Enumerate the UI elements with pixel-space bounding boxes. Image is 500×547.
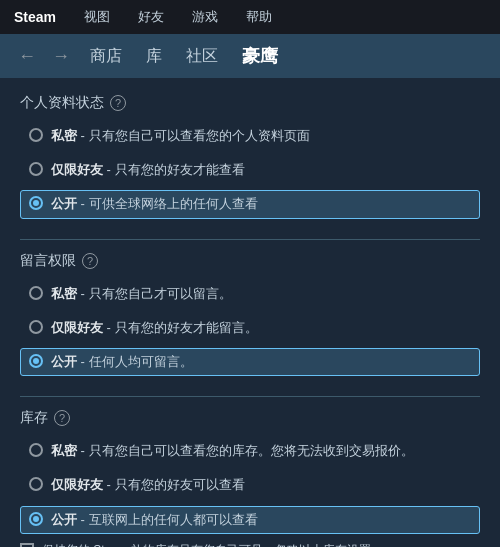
comments-friends-option[interactable]: 仅限好友 - 只有您的好友才能留言。 xyxy=(20,314,480,342)
inventory-private-label: 私密 - 只有您自己可以查看您的库存。您将无法收到交易报价。 xyxy=(51,442,414,460)
comments-friends-radio[interactable] xyxy=(29,320,43,334)
steam-menu[interactable]: Steam xyxy=(8,5,62,29)
profile-private-option[interactable]: 私密 - 只有您自己可以查看您的个人资料页面 xyxy=(20,122,480,150)
nav-library[interactable]: 库 xyxy=(136,42,172,71)
profile-private-label: 私密 - 只有您自己可以查看您的个人资料页面 xyxy=(51,127,310,145)
inventory-friends-radio[interactable] xyxy=(29,477,43,491)
inventory-public-label: 公开 - 互联网上的任何人都可以查看 xyxy=(51,511,258,529)
gift-inventory-checkbox-row[interactable]: 保持您的 Steam 礼物库存只有您自己可见，忽略以上库存设置 xyxy=(20,542,480,547)
inventory-public-radio[interactable] xyxy=(29,512,43,526)
inventory-private-radio[interactable] xyxy=(29,443,43,457)
comments-private-label: 私密 - 只有您自己才可以留言。 xyxy=(51,285,232,303)
profile-public-radio[interactable] xyxy=(29,196,43,210)
navbar: ← → 商店 库 社区 豪鹰 xyxy=(0,34,500,78)
profile-private-radio[interactable] xyxy=(29,128,43,142)
profile-friends-label: 仅限好友 - 只有您的好友才能查看 xyxy=(51,161,245,179)
comments-public-label: 公开 - 任何人均可留言。 xyxy=(51,353,193,371)
back-button[interactable]: ← xyxy=(12,42,42,71)
comments-friends-label: 仅限好友 - 只有您的好友才能留言。 xyxy=(51,319,258,337)
profile-public-label: 公开 - 可供全球网络上的任何人查看 xyxy=(51,195,258,213)
comments-private-radio[interactable] xyxy=(29,286,43,300)
games-menu[interactable]: 游戏 xyxy=(186,4,224,30)
profile-help-icon[interactable]: ? xyxy=(110,95,126,111)
comments-section-title: 留言权限 ? xyxy=(20,252,480,270)
comments-private-option[interactable]: 私密 - 只有您自己才可以留言。 xyxy=(20,280,480,308)
gift-inventory-checkbox[interactable] xyxy=(20,543,34,547)
inventory-private-option[interactable]: 私密 - 只有您自己可以查看您的库存。您将无法收到交易报价。 xyxy=(20,437,480,465)
profile-public-option[interactable]: 公开 - 可供全球网络上的任何人查看 xyxy=(20,190,480,218)
nav-store[interactable]: 商店 xyxy=(80,42,132,71)
inventory-friends-label: 仅限好友 - 只有您的好友可以查看 xyxy=(51,476,245,494)
inventory-section-title: 库存 ? xyxy=(20,409,480,427)
inventory-friends-option[interactable]: 仅限好友 - 只有您的好友可以查看 xyxy=(20,471,480,499)
comments-public-option[interactable]: 公开 - 任何人均可留言。 xyxy=(20,348,480,376)
menubar: Steam 视图 好友 游戏 帮助 xyxy=(0,0,500,34)
profile-section-title: 个人资料状态 ? xyxy=(20,94,480,112)
comments-help-icon[interactable]: ? xyxy=(82,253,98,269)
comments-public-radio[interactable] xyxy=(29,354,43,368)
help-menu[interactable]: 帮助 xyxy=(240,4,278,30)
inventory-public-option[interactable]: 公开 - 互联网上的任何人都可以查看 xyxy=(20,506,480,534)
profile-friends-option[interactable]: 仅限好友 - 只有您的好友才能查看 xyxy=(20,156,480,184)
divider-1 xyxy=(20,239,480,240)
view-menu[interactable]: 视图 xyxy=(78,4,116,30)
comments-section: 留言权限 ? 私密 - 只有您自己才可以留言。 仅限好友 - 只有您的好友才能留… xyxy=(20,252,480,377)
profile-friends-radio[interactable] xyxy=(29,162,43,176)
divider-2 xyxy=(20,396,480,397)
inventory-radio-group: 私密 - 只有您自己可以查看您的库存。您将无法收到交易报价。 仅限好友 - 只有… xyxy=(20,437,480,534)
forward-button[interactable]: → xyxy=(46,42,76,71)
main-content: 个人资料状态 ? 私密 - 只有您自己可以查看您的个人资料页面 仅限好友 - 只… xyxy=(0,78,500,547)
profile-section: 个人资料状态 ? 私密 - 只有您自己可以查看您的个人资料页面 仅限好友 - 只… xyxy=(20,94,480,219)
inventory-help-icon[interactable]: ? xyxy=(54,410,70,426)
profile-radio-group: 私密 - 只有您自己可以查看您的个人资料页面 仅限好友 - 只有您的好友才能查看… xyxy=(20,122,480,219)
comments-radio-group: 私密 - 只有您自己才可以留言。 仅限好友 - 只有您的好友才能留言。 公开 -… xyxy=(20,280,480,377)
nav-current-page: 豪鹰 xyxy=(232,40,288,72)
friends-menu[interactable]: 好友 xyxy=(132,4,170,30)
inventory-section: 库存 ? 私密 - 只有您自己可以查看您的库存。您将无法收到交易报价。 仅限好友… xyxy=(20,409,480,547)
nav-community[interactable]: 社区 xyxy=(176,42,228,71)
gift-inventory-label: 保持您的 Steam 礼物库存只有您自己可见，忽略以上库存设置 xyxy=(42,542,371,547)
